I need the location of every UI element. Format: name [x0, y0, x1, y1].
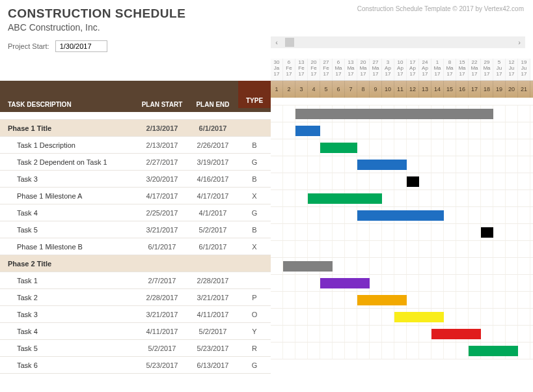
task-row[interactable]: Task 12/7/20172/28/2017 — [0, 272, 271, 289]
week-header-cell: 2 — [283, 81, 295, 98]
task-row[interactable]: Task 2 Dependent on Task 12/27/20173/19/… — [0, 154, 271, 171]
gantt-cell — [345, 207, 357, 223]
plan-end-cell: 5/23/2017 — [187, 344, 238, 352]
week-header-cell: 8 — [357, 81, 370, 98]
gantt-cell — [481, 258, 493, 274]
phase-row[interactable]: Phase 1 Title2/13/20176/1/2017 — [0, 120, 271, 137]
gantt-cell — [345, 241, 357, 257]
gantt-cell — [333, 326, 345, 342]
gantt-cell — [469, 224, 481, 240]
week-header-cell: 13 — [419, 81, 431, 98]
gantt-cell — [333, 207, 345, 223]
scroll-thumb[interactable] — [285, 38, 294, 47]
gantt-cell — [506, 241, 518, 257]
plan-start-cell: 6/1/2017 — [137, 243, 187, 251]
gantt-bar[interactable] — [283, 261, 333, 272]
task-row[interactable]: Phase 1 Milestone B6/1/20176/1/2017X — [0, 238, 271, 255]
gantt-cell — [382, 139, 394, 156]
gantt-cell — [444, 190, 456, 206]
task-row[interactable]: Task 55/2/20175/23/2017R — [0, 340, 271, 357]
gantt-cell — [493, 139, 506, 156]
gantt-cell — [394, 275, 407, 291]
gantt-bar[interactable] — [469, 346, 518, 356]
gantt-bar[interactable] — [357, 210, 444, 221]
scroll-right-icon[interactable]: › — [513, 36, 525, 48]
task-row[interactable]: Task 65/23/20176/13/2017G — [0, 357, 271, 374]
week-header-cell: 3 — [295, 81, 308, 98]
column-headers: TASK DESCRIPTION PLAN START PLAN END TYP… — [0, 81, 271, 112]
gantt-bar[interactable] — [295, 109, 493, 119]
gantt-cell — [333, 224, 345, 240]
task-row[interactable]: Task 33/21/20174/11/2017O — [0, 306, 271, 323]
gantt-cell — [518, 139, 530, 156]
task-row[interactable]: Task 53/21/20175/2/2017B — [0, 221, 271, 238]
gantt-cell — [370, 343, 382, 359]
gantt-cell — [506, 139, 518, 156]
gantt-cell — [283, 292, 295, 308]
gantt-bar[interactable] — [481, 227, 493, 238]
gantt-cell — [295, 139, 308, 156]
gantt-cell — [469, 258, 481, 274]
gantt-bar[interactable] — [357, 160, 407, 170]
gantt-cell — [493, 309, 506, 325]
gantt-bar[interactable] — [308, 193, 382, 204]
task-name-cell: Phase 2 Title — [0, 260, 137, 268]
week-header-cell: 16 — [456, 81, 469, 98]
gantt-bar[interactable] — [394, 312, 444, 322]
gantt-cell — [444, 139, 456, 156]
gantt-cell — [308, 156, 320, 173]
gantt-cell — [456, 309, 469, 325]
plan-start-cell: 5/23/2017 — [137, 361, 187, 369]
gantt-row — [271, 258, 533, 275]
week-header-cell: 18 — [481, 81, 493, 98]
gantt-cell — [333, 292, 345, 308]
gantt-cell — [370, 309, 382, 325]
gantt-cell — [431, 139, 444, 156]
gantt-cell — [506, 275, 518, 291]
task-row[interactable]: Task 22/28/20173/21/2017P — [0, 289, 271, 306]
gantt-cell — [444, 258, 456, 274]
task-row[interactable]: Task 42/25/20174/1/2017G — [0, 204, 271, 221]
date-header-cell: 3Ap17 — [382, 59, 394, 80]
gantt-cell — [283, 105, 295, 122]
type-cell: G — [238, 209, 271, 217]
gantt-row — [271, 343, 533, 359]
gantt-cell — [345, 173, 357, 189]
gantt-cell — [481, 309, 493, 325]
gantt-cell — [506, 173, 518, 189]
date-header: 30Ja176Fe1713Fe1720Fe1727Fe176Ma1713Ma17… — [271, 59, 533, 81]
gantt-cell — [431, 241, 444, 257]
gantt-bar[interactable] — [357, 295, 407, 305]
left-date-spacer — [0, 59, 271, 81]
gantt-cell — [456, 173, 469, 189]
task-row[interactable]: Phase 1 Milestone A4/17/20174/17/2017X — [0, 188, 271, 204]
gantt-bar[interactable] — [431, 329, 481, 339]
timeline-scrollbar[interactable]: ‹ › — [271, 36, 525, 48]
task-row[interactable]: Task 1 Description2/13/20172/26/2017B — [0, 137, 271, 154]
date-header-cell: 17Ap17 — [407, 59, 419, 80]
plan-start-cell: 2/13/2017 — [137, 141, 187, 149]
gantt-cell — [320, 224, 333, 240]
gantt-cell — [518, 309, 530, 325]
gantt-bar[interactable] — [320, 278, 370, 288]
gantt-cell — [271, 275, 283, 291]
gantt-cell — [370, 173, 382, 189]
gantt-bar[interactable] — [295, 126, 320, 136]
task-row[interactable]: Task 44/11/20175/2/2017Y — [0, 323, 271, 340]
date-header-cell: 20Fe17 — [308, 59, 320, 80]
gantt-cell — [419, 241, 431, 257]
date-header-cell: 22Ma17 — [469, 59, 481, 80]
scroll-left-icon[interactable]: ‹ — [271, 36, 282, 48]
gantt-cell — [382, 173, 394, 189]
gantt-cell — [407, 122, 419, 139]
right-pane: 30Ja176Fe1713Fe1720Fe1727Fe176Ma1713Ma17… — [271, 59, 533, 374]
phase-row[interactable]: Phase 2 Title — [0, 255, 271, 272]
week-header-cell: 15 — [444, 81, 456, 98]
gantt-bar[interactable] — [407, 176, 419, 187]
gantt-bar[interactable] — [320, 143, 357, 153]
gantt-cell — [493, 173, 506, 189]
task-row[interactable]: Task 33/20/20174/16/2017B — [0, 171, 271, 188]
plan-start-cell: 2/27/2017 — [137, 158, 187, 166]
project-start-input[interactable] — [55, 40, 107, 52]
gantt-row — [271, 275, 533, 292]
